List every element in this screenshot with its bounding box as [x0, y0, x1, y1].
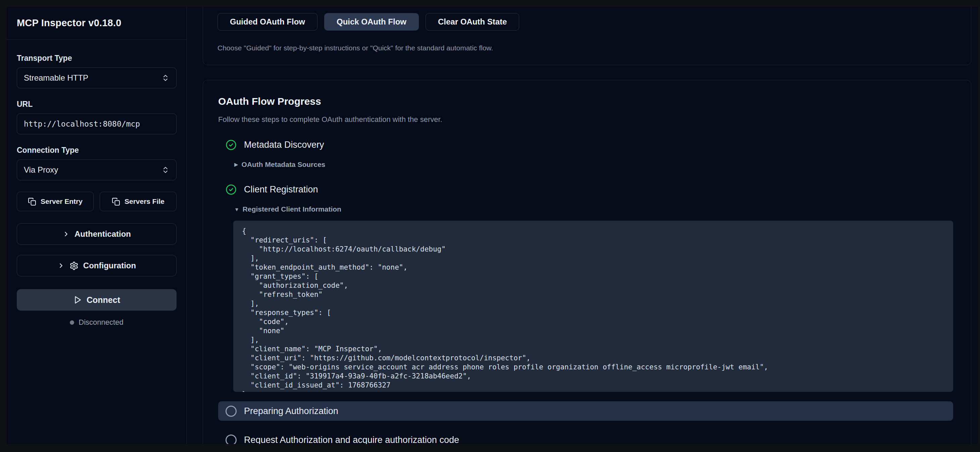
gear-icon	[70, 261, 78, 270]
authentication-label: Authentication	[75, 229, 131, 239]
connect-button[interactable]: Connect	[17, 289, 177, 311]
url-input-value: http://localhost:8080/mcp	[24, 120, 140, 128]
transport-type-value: Streamable HTTP	[24, 73, 88, 83]
summary-label: Registered Client Information	[243, 205, 341, 213]
screenshot-frame: MCP Inspector v0.18.0 Transport Type Str…	[0, 0, 980, 452]
empty-circle-icon	[226, 434, 237, 444]
guided-oauth-flow-button[interactable]: Guided OAuth Flow	[218, 13, 318, 30]
summary-label: OAuth Metadata Sources	[242, 161, 326, 169]
progress-title: OAuth Flow Progress	[218, 96, 956, 107]
connection-status: Disconnected	[17, 318, 177, 327]
clear-oauth-state-button[interactable]: Clear OAuth State	[426, 13, 519, 30]
server-entry-label: Server Entry	[41, 198, 83, 206]
step-metadata-discovery: Metadata Discovery	[218, 139, 956, 150]
play-icon	[73, 295, 82, 304]
oauth-flow-hint: Choose "Guided" for step-by-step instruc…	[218, 44, 956, 52]
oauth-actions-card: Guided OAuth Flow Quick OAuth Flow Clear…	[203, 7, 971, 65]
step-label: Preparing Authorization	[244, 406, 338, 417]
check-circle-icon	[226, 184, 237, 195]
transport-type-select[interactable]: Streamable HTTP	[17, 67, 177, 88]
server-buttons-row: Server Entry Servers File	[17, 192, 177, 211]
url-label: URL	[17, 100, 177, 109]
copy-icon	[112, 198, 120, 206]
connect-label: Connect	[87, 295, 120, 305]
registered-client-json-block[interactable]: { "redirect_uris": [ "http://localhost:6…	[233, 220, 953, 392]
servers-file-label: Servers File	[124, 198, 164, 206]
url-input[interactable]: http://localhost:8080/mcp	[17, 113, 177, 134]
transport-type-label: Transport Type	[17, 54, 177, 63]
step-request-authorization: Request Authorization and acquire author…	[218, 430, 953, 444]
step-preparing-authorization: Preparing Authorization	[218, 401, 953, 421]
status-label: Disconnected	[78, 318, 123, 327]
configuration-toggle[interactable]: Configuration	[17, 255, 177, 276]
registered-client-info-toggle[interactable]: ▼ Registered Client Information	[234, 205, 956, 213]
servers-file-button[interactable]: Servers File	[100, 192, 177, 211]
app-title-bar: MCP Inspector v0.18.0	[7, 7, 186, 40]
sidebar-body: Transport Type Streamable HTTP URL http:…	[7, 40, 186, 327]
guided-oauth-flow-label: Guided OAuth Flow	[230, 17, 305, 27]
server-entry-button[interactable]: Server Entry	[17, 192, 94, 211]
mcp-inspector-app: MCP Inspector v0.18.0 Transport Type Str…	[7, 7, 978, 444]
oauth-flow-button-group: Guided OAuth Flow Quick OAuth Flow Clear…	[218, 13, 956, 30]
chevron-right-icon	[57, 262, 65, 269]
clear-oauth-state-label: Clear OAuth State	[438, 17, 507, 27]
progress-description: Follow these steps to complete OAuth aut…	[218, 115, 956, 124]
oauth-progress-card: OAuth Flow Progress Follow these steps t…	[203, 80, 971, 444]
main-content: Guided OAuth Flow Quick OAuth Flow Clear…	[187, 7, 978, 444]
triangle-expanded-icon: ▼	[234, 206, 239, 212]
app-title: MCP Inspector v0.18.0	[17, 18, 121, 29]
authentication-toggle[interactable]: Authentication	[17, 223, 177, 245]
step-label: Client Registration	[244, 184, 318, 195]
triangle-collapsed-icon: ▶	[234, 161, 238, 168]
chevrons-up-down-icon	[161, 74, 170, 82]
connection-type-value: Via Proxy	[24, 165, 58, 175]
quick-oauth-flow-label: Quick OAuth Flow	[337, 17, 406, 27]
connection-type-label: Connection Type	[17, 146, 177, 155]
step-label: Metadata Discovery	[244, 140, 324, 150]
oauth-metadata-sources-toggle[interactable]: ▶ OAuth Metadata Sources	[234, 161, 956, 169]
step-label: Request Authorization and acquire author…	[244, 435, 459, 444]
quick-oauth-flow-button[interactable]: Quick OAuth Flow	[324, 13, 419, 30]
chevron-right-icon	[62, 230, 70, 238]
chevrons-up-down-icon	[161, 166, 170, 174]
sidebar: MCP Inspector v0.18.0 Transport Type Str…	[7, 7, 187, 444]
copy-icon	[28, 198, 36, 206]
connection-type-select[interactable]: Via Proxy	[17, 160, 177, 180]
step-client-registration: Client Registration	[218, 184, 956, 195]
empty-circle-icon	[226, 406, 237, 417]
registered-client-json: { "redirect_uris": [ "http://localhost:6…	[242, 227, 944, 392]
status-dot-icon	[70, 320, 74, 325]
configuration-label: Configuration	[83, 261, 136, 270]
check-circle-icon	[226, 139, 237, 150]
